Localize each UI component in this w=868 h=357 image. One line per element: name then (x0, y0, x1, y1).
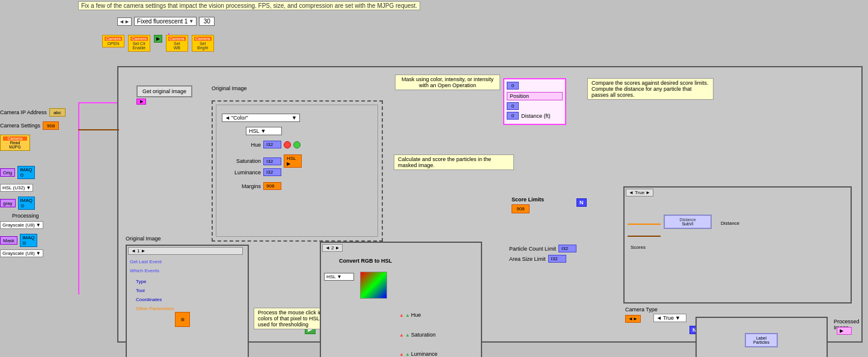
cam-label-3: Camera (194, 37, 212, 41)
wire-ip-h (78, 102, 119, 103)
params-box: ⊞ (175, 312, 190, 327)
left-labels-container: Camera IP Address abc Camera Settings 90… (0, 108, 66, 262)
hue-row: Hue I32 (222, 141, 301, 148)
image-indicator: ▶ (136, 99, 146, 105)
orig-text: Orig (3, 170, 12, 175)
score-limits-label: Score Limits (512, 197, 544, 203)
gray-row: gray IMAQ⊙ (0, 197, 66, 210)
margins-label: Margins (222, 183, 261, 189)
other-params-row: Other Parameters (136, 306, 174, 311)
event-struct-header[interactable]: ◄ 1 ► (128, 247, 243, 255)
lower-case-struct: LabelParticles i (695, 317, 828, 357)
hsl-out-dropdown[interactable]: HSL ▼ (324, 273, 354, 281)
fluor-arrow: ◄► (117, 17, 132, 26)
calc-score-text: Calculate and score the particles in the… (398, 156, 491, 168)
hue-out-row: ▲ ▲ Hue (399, 312, 421, 318)
margins-u16[interactable]: 908 (263, 182, 281, 190)
cam-block-open: Camera OPEN (102, 35, 124, 47)
luminance-label: Luminance (222, 169, 261, 175)
lum-out-row: ▲ ▲ Luminance (399, 351, 438, 357)
camera-ip-ctrl[interactable]: abc (49, 108, 66, 117)
color-mask-text: Mask using color, intensity, or intensit… (402, 76, 494, 88)
fluor-dropdown-box[interactable]: Fixed fluorescent 1 ▼ (134, 17, 197, 26)
cam-block-wb: Camera SetWB (166, 35, 188, 52)
wire-pink-v2 (78, 147, 79, 207)
camera-blocks-row: Camera OPEN Camera Set ClrEnable ▶ Camer… (102, 35, 214, 52)
cam-sub-0: OPEN (105, 41, 122, 46)
fluor-value: 30 (204, 18, 210, 25)
lum-i32[interactable]: I32 (263, 168, 281, 176)
score-limits-text: Score Limits (512, 197, 544, 203)
convert-rgb-label: Convert RGB to HSL (339, 258, 392, 264)
threshold-section: ◄ "Color" ▼ HSL ▼ Hue I32 Saturation I32 (212, 100, 383, 242)
score-limits-ctrl[interactable]: 908 (512, 204, 530, 213)
enable-ctrl: ▶ (154, 35, 162, 43)
case-true-tab[interactable]: ◄ True ► (626, 189, 653, 197)
hsl-dropdown[interactable]: HSL ▼ (246, 127, 282, 135)
area-size-ctrl[interactable]: I32 (548, 255, 566, 263)
position-distance-box: 0 Position 0 0 Distance (ft) (503, 78, 566, 125)
particle-count-ctrl[interactable]: I32 (558, 245, 576, 252)
camera-type-ctrl[interactable]: ◄► (625, 315, 641, 323)
main-canvas: Fix a few of the camera settings that im… (0, 0, 868, 357)
fluor-value-box[interactable]: 30 (199, 17, 215, 26)
wire-brown-h (78, 129, 119, 130)
coords-row: Coordinates (136, 297, 162, 302)
grayscale-u8-2-row: Grayscale (U8) ▼ (0, 249, 66, 257)
rgb-hsl-block: ◄ 2 ► Convert RGB to HSL HSL ▼ ▲ ▲ Hue (320, 242, 482, 357)
label-particles-subvi: LabelParticles (745, 333, 778, 347)
get-original-label: Get original image (142, 88, 186, 94)
cam-readmjpg-block: Camera ReadMJPG (0, 135, 30, 151)
sat-hsl: HSL ▶ (284, 154, 302, 168)
n-indicator: N (576, 198, 587, 207)
hue-i32[interactable]: I32 (263, 141, 281, 148)
cam-label-0: Camera (105, 37, 122, 41)
get-original-btn[interactable]: Get original image (136, 85, 192, 97)
camera-true-dropdown[interactable]: ◄ True ▼ (653, 314, 686, 322)
lum-out-text: Luminance (411, 351, 438, 357)
camera-true-text: True (663, 315, 674, 321)
coords-text: Coordinates (136, 297, 162, 302)
camera-settings-ctrl[interactable]: 908 (43, 121, 59, 130)
camera-type-text: Camera Type (625, 307, 658, 313)
color-swatch (360, 272, 387, 299)
n-text: N (579, 200, 584, 206)
rgb-case-header[interactable]: ◄ 2 ► (322, 244, 343, 252)
mask-ctrl: Mask (0, 236, 17, 245)
wire-pink-v3 (78, 207, 79, 231)
position-text: Position (510, 93, 529, 99)
grayscale-u8-1-ctrl[interactable]: Grayscale (U8) ▼ (0, 221, 43, 229)
hue-node (284, 141, 291, 148)
enable-icon: ▶ (156, 36, 160, 41)
convert-rgb-text: Convert RGB to HSL (339, 258, 392, 264)
pos-val2: 0 (507, 112, 519, 120)
other-params-text: Other Parameters (136, 306, 174, 311)
orig-img-text: Original Image (212, 85, 247, 91)
camera-settings-row: Camera Settings 908 (0, 121, 66, 130)
saturation-label: Saturation (222, 158, 261, 164)
wire-orange-case (628, 224, 661, 225)
hsl-u32-row: HSL (U32) ▼ (0, 184, 66, 192)
color-dropdown-text: "Color" (231, 115, 248, 121)
grayscale-u8-1-text: Grayscale (U8) (2, 222, 35, 228)
cam-sub-2: SetWB (168, 41, 186, 50)
sat-i32[interactable]: I32 (263, 157, 281, 165)
type-text: Type (136, 279, 146, 284)
main-diagram-area: Get original image ▶ Original Image ◄ "C… (117, 66, 863, 343)
grayscale-u8-1-row: Grayscale (U8) ▼ (0, 221, 66, 229)
mask-text: Mask (3, 238, 14, 243)
mask-row: Mask IMAQ⊙ (0, 234, 66, 247)
calc-score-annotation: Calculate and score the particles in the… (394, 154, 514, 170)
hsl-u32-ctrl[interactable]: HSL (U32) ▼ (0, 184, 33, 192)
processed-image-ctrl: ▶ (837, 327, 852, 335)
pos-val2-row: 0 Distance (ft) (507, 112, 563, 120)
main-case-struct: ◄ True ► Distance Distance SubVI Scores (623, 186, 852, 304)
cam-block-bright: Camera SetBright (192, 35, 214, 52)
grayscale-u8-2-ctrl[interactable]: Grayscale (U8) ▼ (0, 249, 43, 257)
camera-type-label: Camera Type (625, 307, 658, 313)
camera-settings-label: Camera Settings (0, 123, 40, 129)
processing-label: Processing (12, 212, 66, 219)
gray-ctrl: gray (0, 199, 16, 207)
color-dropdown[interactable]: ◄ "Color" ▼ (222, 114, 300, 122)
sat-out-row: ▲ ▲ Saturation (399, 332, 436, 338)
